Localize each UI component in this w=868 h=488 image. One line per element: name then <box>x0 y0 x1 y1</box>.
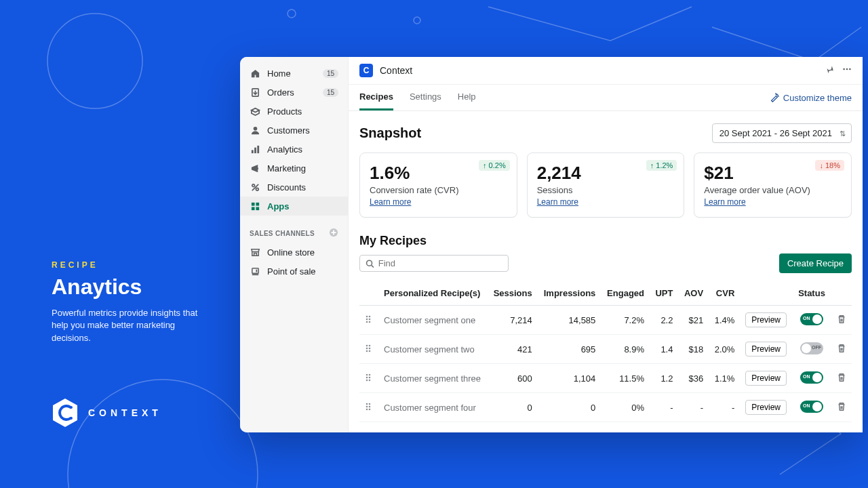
svg-point-8 <box>254 107 256 108</box>
find-input-wrap[interactable] <box>359 255 509 272</box>
svg-point-33 <box>366 344 368 346</box>
find-input[interactable] <box>378 258 502 268</box>
more-icon[interactable] <box>842 64 852 77</box>
preview-button[interactable]: Preview <box>745 312 787 327</box>
svg-point-49 <box>366 408 368 410</box>
sidebar-item-home[interactable]: Home 15 <box>240 64 348 83</box>
brand-lockup: CONTEXT <box>52 397 162 428</box>
delta-badge: ↓ 18% <box>815 160 844 171</box>
delete-icon[interactable] <box>831 335 852 364</box>
date-range-select[interactable]: 20 Sept 2021 - 26 Sept 2021 <box>712 123 852 143</box>
sidebar-item-label: Point of sale <box>267 266 316 277</box>
discounts-icon <box>250 182 260 192</box>
cell-cvr: 1.4% <box>709 306 740 335</box>
customize-theme-label: Customize theme <box>783 93 852 103</box>
sidebar-item-orders[interactable]: Orders 15 <box>240 83 348 102</box>
add-channel-icon[interactable] <box>329 228 338 239</box>
cell-aov: $18 <box>678 335 709 364</box>
learn-more-link[interactable]: Learn more <box>537 197 578 207</box>
svg-point-46 <box>369 403 371 405</box>
sidebar-channels-label: SALES CHANNELS <box>250 230 315 237</box>
status-toggle[interactable] <box>800 401 823 413</box>
snapshot-heading: Snapshot <box>359 125 421 141</box>
sidebar-item-marketing[interactable]: Marketing <box>240 159 348 178</box>
status-toggle[interactable] <box>800 342 823 354</box>
learn-more-link[interactable]: Learn more <box>370 197 411 207</box>
col-upt: UPT <box>650 281 678 306</box>
cell-impressions: 695 <box>538 335 601 364</box>
cell-sessions: 421 <box>488 335 538 364</box>
tab-recipes[interactable]: Recipes <box>359 85 393 110</box>
brand-wordmark: CONTEXT <box>88 407 162 418</box>
svg-marker-4 <box>53 399 77 427</box>
cell-sessions: 600 <box>488 364 538 393</box>
sidebar-item-label: Analytics <box>267 144 302 155</box>
preview-button[interactable]: Preview <box>745 400 787 415</box>
sidebar-item-discounts[interactable]: Discounts <box>240 178 348 197</box>
tab-help[interactable]: Help <box>458 85 476 110</box>
svg-rect-10 <box>251 150 253 153</box>
status-toggle[interactable] <box>800 313 823 325</box>
table-row: Customer segment two 421 695 8.9% 1.4 $1… <box>359 335 852 364</box>
svg-point-1 <box>288 9 296 18</box>
sidebar-item-products[interactable]: Products <box>240 102 348 121</box>
drag-handle-icon[interactable] <box>359 393 378 422</box>
customers-icon <box>250 125 260 136</box>
pin-icon[interactable] <box>825 64 834 77</box>
recipe-name: Customer segment two <box>378 335 488 364</box>
arrow-up-icon: ↑ <box>483 161 487 169</box>
cell-engaged: 7.2% <box>601 306 650 335</box>
svg-point-13 <box>252 184 254 186</box>
sidebar-channel-online-store[interactable]: Online store <box>240 243 348 262</box>
products-icon <box>250 106 260 117</box>
svg-point-25 <box>849 68 851 70</box>
learn-more-link[interactable]: Learn more <box>704 197 745 207</box>
svg-point-5 <box>70 406 73 409</box>
svg-point-41 <box>366 376 368 378</box>
col-name: Personalized Recipe(s) <box>378 281 488 306</box>
brand-hexagon-icon <box>52 397 79 428</box>
sidebar: Home 15 Orders 15 Products Customers Ana… <box>240 57 349 432</box>
svg-rect-22 <box>256 269 257 272</box>
delete-icon[interactable] <box>831 306 852 335</box>
preview-button[interactable]: Preview <box>745 371 787 386</box>
svg-point-0 <box>47 14 142 108</box>
cell-impressions: 14,585 <box>538 306 601 335</box>
drag-handle-icon[interactable] <box>359 364 378 393</box>
cell-upt: 1.2 <box>650 364 678 393</box>
svg-point-26 <box>367 260 372 266</box>
app-window: Home 15 Orders 15 Products Customers Ana… <box>240 57 863 432</box>
svg-point-43 <box>366 379 368 381</box>
sidebar-item-label: Online store <box>267 247 315 258</box>
sidebar-item-label: Discounts <box>267 182 306 192</box>
sidebar-item-apps[interactable]: Apps <box>240 197 348 216</box>
sidebar-item-customers[interactable]: Customers <box>240 121 348 140</box>
sidebar-channel-point-of-sale[interactable]: Point of sale <box>240 262 348 281</box>
table-row: Customer segment one 7,214 14,585 7.2% 2… <box>359 306 852 335</box>
svg-point-47 <box>366 405 368 407</box>
create-recipe-button[interactable]: Create Recipe <box>779 253 852 273</box>
col-impressions: Impressions <box>538 281 601 306</box>
sidebar-item-label: Customers <box>267 125 310 136</box>
orders-icon <box>250 87 260 98</box>
apps-icon <box>250 201 260 211</box>
delete-icon[interactable] <box>831 393 852 422</box>
cell-engaged: 0% <box>601 393 650 422</box>
sidebar-item-analytics[interactable]: Analytics <box>240 140 348 159</box>
app-logo-icon: C <box>359 64 373 77</box>
svg-point-14 <box>256 188 258 190</box>
delete-icon[interactable] <box>831 364 852 393</box>
svg-point-45 <box>366 403 368 405</box>
svg-point-2 <box>414 17 420 24</box>
svg-point-24 <box>846 68 848 70</box>
drag-handle-icon[interactable] <box>359 306 378 335</box>
svg-rect-16 <box>256 202 259 205</box>
status-toggle[interactable] <box>800 371 823 384</box>
svg-point-32 <box>369 321 371 323</box>
drag-handle-icon[interactable] <box>359 335 378 364</box>
customize-theme-link[interactable]: Customize theme <box>770 93 852 103</box>
svg-point-30 <box>369 318 371 320</box>
svg-point-39 <box>366 373 368 375</box>
tab-settings[interactable]: Settings <box>410 85 441 110</box>
preview-button[interactable]: Preview <box>745 342 787 357</box>
